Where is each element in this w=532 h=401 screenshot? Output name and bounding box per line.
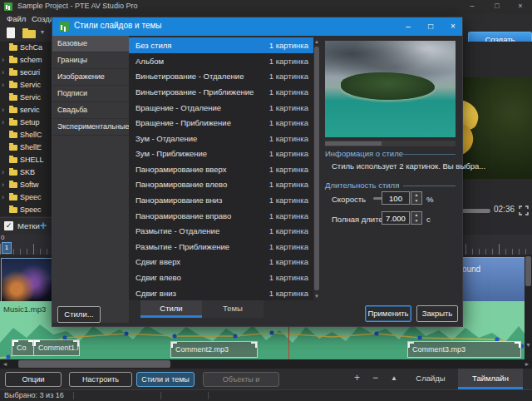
objects-animation-button[interactable]: Объекты и анимация bbox=[203, 372, 279, 387]
project-options-button[interactable]: Опции проекта bbox=[5, 372, 62, 387]
file-tree-item[interactable]: ›servic bbox=[0, 104, 52, 116]
chevron-down-icon[interactable]: ▾ bbox=[41, 28, 44, 36]
expand-icon[interactable]: › bbox=[2, 104, 4, 116]
file-tree-item[interactable]: ShellE bbox=[0, 141, 52, 153]
collapse-icon[interactable]: ▲ bbox=[391, 374, 397, 382]
speed-input[interactable]: 100 bbox=[382, 191, 410, 205]
menu-file[interactable]: Файл bbox=[7, 14, 26, 23]
scrollbar-thumb[interactable] bbox=[314, 47, 319, 290]
preview-scrollbar[interactable] bbox=[325, 141, 456, 146]
style-item[interactable]: Панорамирование вверх1 картинка bbox=[129, 161, 313, 177]
step-down-icon[interactable]: ▼ bbox=[411, 218, 421, 224]
audio-clip[interactable]: Comment1.mp bbox=[33, 339, 80, 356]
style-item[interactable]: Сдвиг вверх1 картинка bbox=[129, 254, 313, 270]
step-up-icon[interactable]: ▲ bbox=[411, 192, 421, 198]
dialog-maximize-button[interactable]: □ bbox=[421, 17, 441, 36]
add-icon[interactable]: + bbox=[40, 219, 47, 232]
audio-clip[interactable]: Comment3.mp3 bbox=[407, 341, 521, 358]
expand-icon[interactable]: › bbox=[2, 116, 4, 128]
zoom-out-icon[interactable]: − bbox=[372, 372, 378, 384]
step-down-icon[interactable]: ▼ bbox=[411, 198, 421, 204]
file-tree-item[interactable]: ›SKB bbox=[0, 166, 52, 178]
file-tree-item[interactable]: ›Speec bbox=[0, 191, 52, 203]
marks-checkbox[interactable]: ✓ bbox=[4, 221, 13, 230]
full-duration-stepper[interactable]: ▲ ▼ bbox=[411, 211, 422, 225]
file-tree-item[interactable]: ›securi bbox=[0, 67, 52, 78]
audio-clip[interactable]: Comment2.mp3 bbox=[170, 341, 258, 358]
close-button[interactable]: × bbox=[512, 0, 529, 12]
scrollbar-thumb[interactable] bbox=[525, 256, 531, 286]
step-up-icon[interactable]: ▲ bbox=[411, 212, 421, 218]
file-tree-item[interactable]: ›Servic bbox=[0, 79, 52, 91]
styles-themes-button[interactable]: Стили и темы bbox=[136, 372, 195, 387]
style-item[interactable]: Вращение - Отдаление1 картинка bbox=[129, 99, 313, 115]
style-preview-image[interactable] bbox=[325, 41, 456, 137]
horizontal-scrollbar[interactable]: ◄ ► bbox=[0, 359, 532, 369]
styles-list-scrollbar[interactable]: ▲ ▼ bbox=[313, 37, 320, 300]
category-item[interactable]: Свадьба bbox=[52, 102, 129, 119]
speed-stepper[interactable]: ▲ ▼ bbox=[411, 191, 422, 205]
category-item[interactable]: Подписи bbox=[52, 86, 129, 102]
audio-clip[interactable]: Co bbox=[12, 339, 35, 356]
style-item[interactable]: Сдвиг влево1 картинка bbox=[129, 270, 313, 285]
file-tree-item[interactable]: ›schem bbox=[0, 54, 52, 66]
category-item[interactable]: Базовые bbox=[52, 36, 129, 52]
slide-thumbnail[interactable] bbox=[1, 258, 52, 303]
file-tree-item[interactable]: SchCa bbox=[0, 42, 52, 53]
minimize-button[interactable]: – bbox=[464, 0, 480, 12]
style-item[interactable]: Зум - Отдаление1 картинка bbox=[129, 130, 313, 146]
file-tree-item[interactable]: ›Setup bbox=[0, 116, 52, 128]
tab-styles[interactable]: Стили bbox=[140, 300, 202, 318]
style-item[interactable]: Вращение - Приближение1 картинка bbox=[129, 115, 313, 131]
file-tree-item[interactable]: ›Softw bbox=[0, 179, 52, 191]
style-item[interactable]: Виньетирование - Приближение1 картинка bbox=[129, 84, 313, 100]
expand-icon[interactable]: › bbox=[2, 67, 4, 78]
playhead-cursor[interactable] bbox=[288, 327, 289, 359]
dialog-minimize-button[interactable]: – bbox=[398, 17, 418, 36]
expand-icon[interactable]: › bbox=[2, 179, 4, 191]
scroll-right-icon[interactable]: ► bbox=[522, 359, 532, 369]
style-item[interactable]: Альбом1 картинка bbox=[129, 53, 313, 69]
fullscreen-icon[interactable] bbox=[519, 205, 529, 215]
file-tree-item[interactable]: Servic bbox=[0, 92, 52, 103]
scroll-left-icon[interactable]: ◄ bbox=[0, 359, 10, 369]
dialog-close-action-button[interactable]: Закрыть bbox=[416, 305, 458, 322]
scroll-down-icon[interactable]: ▼ bbox=[313, 292, 320, 300]
vertical-scrollbar[interactable]: ▼ bbox=[525, 255, 532, 359]
open-folder-icon[interactable] bbox=[22, 30, 36, 38]
tab-slides[interactable]: Слайды bbox=[406, 369, 456, 389]
scrollbar-thumb[interactable] bbox=[18, 360, 170, 368]
category-item[interactable]: Экспериментальные bbox=[52, 119, 129, 136]
file-tree-item[interactable]: SHELL bbox=[0, 154, 52, 166]
scrollbar-thumb[interactable] bbox=[325, 141, 382, 146]
expand-icon[interactable]: › bbox=[2, 166, 4, 178]
full-duration-input[interactable]: 7.000 bbox=[382, 211, 410, 225]
new-project-icon[interactable] bbox=[7, 27, 15, 38]
scroll-down-icon[interactable]: ▼ bbox=[525, 340, 532, 349]
styles-more-button[interactable]: Стили... bbox=[57, 306, 101, 323]
tab-themes[interactable]: Темы bbox=[202, 300, 264, 318]
file-tree-item[interactable]: Speec bbox=[0, 204, 52, 215]
expand-icon[interactable]: › bbox=[2, 191, 4, 203]
style-item[interactable]: Зум - Приближение1 картинка bbox=[129, 146, 313, 161]
apply-button[interactable]: Применить bbox=[365, 305, 411, 322]
style-item[interactable]: Панорамирование вниз1 картинка bbox=[129, 192, 313, 208]
style-item[interactable]: Сдвиг вниз1 картинка bbox=[129, 285, 313, 300]
maximize-button[interactable]: □ bbox=[489, 0, 505, 12]
scroll-up-icon[interactable]: ▲ bbox=[313, 37, 320, 46]
style-item[interactable]: Виньетирование - Отдаление1 картинка bbox=[129, 68, 313, 84]
style-item[interactable]: Панорамирование вправо1 картинка bbox=[129, 207, 313, 223]
expand-icon[interactable]: › bbox=[2, 79, 4, 91]
style-item[interactable]: Панорамирование влево1 картинка bbox=[129, 176, 313, 192]
file-tree-item[interactable]: ShellC bbox=[0, 129, 52, 141]
expand-icon[interactable]: › bbox=[2, 54, 4, 66]
zoom-in-icon[interactable]: + bbox=[354, 372, 360, 384]
style-item[interactable]: Без стиля1 картинка bbox=[129, 37, 313, 53]
tab-timeline[interactable]: Таймлайн bbox=[458, 369, 523, 389]
category-item[interactable]: Границы bbox=[52, 52, 129, 69]
dialog-close-button[interactable]: × bbox=[443, 17, 463, 36]
customize-slide-button[interactable]: Настроить слайд bbox=[69, 372, 132, 387]
style-item[interactable]: Размытие - Приближение1 картинка bbox=[129, 239, 313, 255]
category-item[interactable]: Изображение bbox=[52, 69, 129, 86]
style-item[interactable]: Размытие - Отдаление1 картинка bbox=[129, 223, 313, 239]
